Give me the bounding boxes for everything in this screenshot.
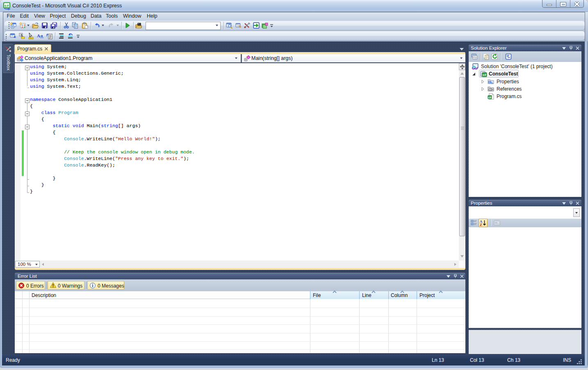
svg-text:c#: c#	[488, 96, 492, 99]
svg-text:Z: Z	[480, 223, 482, 226]
svg-text:c#: c#	[5, 3, 9, 8]
svg-text:A: A	[37, 33, 40, 38]
svg-text:c#: c#	[483, 73, 486, 77]
